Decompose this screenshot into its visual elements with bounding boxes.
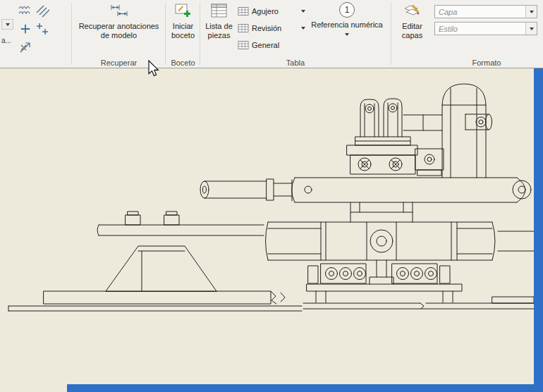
plus-mark-icon: [19, 23, 32, 35]
ribbon-group-formato: Editar capas Capa Estilo Formato: [392, 0, 542, 68]
drawing-canvas[interactable]: [0, 68, 534, 392]
mouse-cursor: [148, 60, 159, 80]
group-label-formato: Formato: [432, 59, 542, 67]
ribbon-group-recuperar: Recuperar anotaciones de modelo Recupera…: [73, 0, 165, 68]
ribbon-group-tabla: Lista de piezas Agujero Revisión General: [201, 0, 390, 68]
technical-drawing: [0, 68, 534, 384]
vertical-scrollbar[interactable]: [534, 68, 543, 392]
retrieve-annotations-icon: [109, 2, 129, 19]
layer-combo[interactable]: Capa: [434, 5, 537, 18]
left-panel-partial-label: a...: [1, 37, 11, 44]
layer-combo-value: Capa: [435, 8, 525, 16]
edit-layers-icon: [403, 2, 422, 19]
general-table-label: General: [252, 41, 305, 49]
group-separator: [391, 3, 391, 65]
style-combo[interactable]: Estilo: [434, 22, 537, 35]
start-sketch-button[interactable]: Iniciar boceto: [167, 2, 199, 40]
caterpillar-weld-icon: [18, 3, 33, 18]
sparkle-button[interactable]: [17, 38, 33, 56]
caterpillar-weld-button[interactable]: [17, 1, 33, 19]
revision-table-label: Revisión: [252, 24, 298, 32]
ribbon-group-symbols: a...: [0, 0, 71, 68]
general-table-icon: [238, 40, 249, 50]
revision-table-icon: [238, 23, 249, 33]
caret-down-icon: [530, 11, 534, 13]
parts-list-label: Lista de piezas: [202, 22, 236, 40]
group-label-boceto: Boceto: [166, 59, 200, 67]
balloon-icon: 1: [339, 2, 355, 18]
parts-list-button[interactable]: Lista de piezas: [202, 2, 236, 40]
hole-table-icon: [238, 6, 249, 16]
layer-combo-arrow-button[interactable]: [525, 6, 537, 18]
group-separator: [200, 3, 200, 65]
hole-table-button[interactable]: Agujero: [238, 4, 305, 19]
ribbon-group-boceto: Iniciar boceto Boceto: [166, 0, 200, 68]
caret-down-icon: [530, 27, 534, 30]
general-table-button[interactable]: General: [238, 37, 305, 53]
retrieve-model-annotations-button[interactable]: Recuperar anotaciones de modelo: [75, 2, 163, 40]
balloon-button[interactable]: 1 Referencia numérica: [305, 2, 389, 36]
horizontal-scrollbar[interactable]: [67, 384, 534, 392]
group-separator: [71, 3, 72, 65]
end-fill-icon: [35, 3, 50, 18]
style-combo-arrow-button[interactable]: [525, 23, 537, 35]
hole-table-label: Agujero: [252, 7, 298, 16]
datum-target-button[interactable]: [17, 20, 33, 37]
balloon-label: Referencia numérica: [311, 20, 383, 30]
group-label-tabla: Tabla: [201, 59, 390, 67]
end-fill-button[interactable]: [34, 1, 50, 19]
group-separator: [165, 3, 166, 65]
start-sketch-label: Iniciar boceto: [167, 22, 199, 40]
edit-layers-label: Editar capas: [394, 22, 430, 40]
caret-down-icon: [345, 33, 349, 36]
start-sketch-icon: [174, 2, 193, 19]
revision-table-button[interactable]: Revisión: [238, 20, 305, 36]
sparkle-icon: [18, 39, 33, 55]
double-plus-icon: [35, 22, 49, 36]
edit-layers-button[interactable]: Editar capas: [394, 2, 430, 40]
balloon-icon-number: 1: [345, 6, 350, 15]
parts-list-icon: [210, 2, 228, 19]
retrieve-button-label: Recuperar anotaciones de modelo: [75, 22, 163, 40]
caret-down-icon: [6, 23, 10, 26]
datum-double-button[interactable]: [34, 20, 50, 37]
left-panel-dropdown-button[interactable]: [1, 19, 13, 30]
ribbon: a...: [0, 0, 543, 68]
style-combo-value: Estilo: [435, 25, 525, 33]
